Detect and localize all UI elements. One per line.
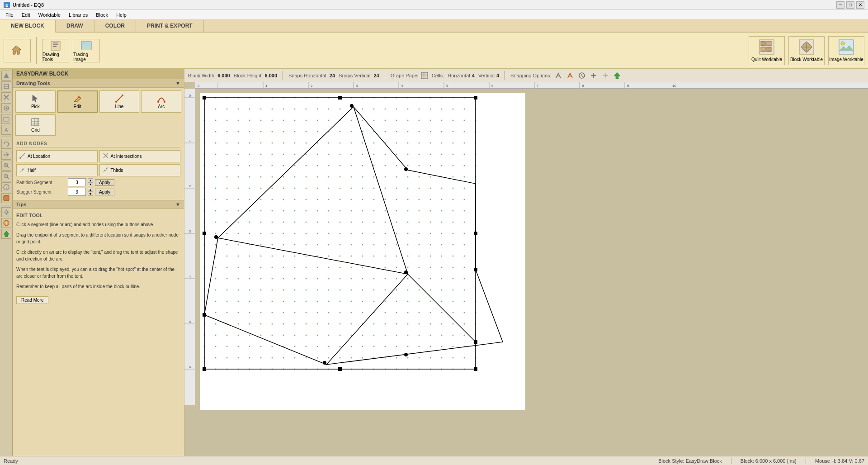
tool-pick[interactable]: Pick <box>15 90 56 113</box>
iconbar-btn-3[interactable] <box>1 92 11 102</box>
stagger-down[interactable]: ▼ <box>88 192 93 196</box>
svg-marker-2 <box>12 46 21 54</box>
close-button[interactable]: ✕ <box>856 1 864 9</box>
quilt-worktable-button[interactable]: Quilt Worktable <box>749 36 785 65</box>
at-intersections-icon <box>103 152 109 160</box>
grid-dot <box>215 267 217 268</box>
drawing-tools-button[interactable]: Drawing Tools <box>42 39 69 62</box>
tips-section-header[interactable]: Tips ▼ <box>13 200 184 209</box>
iconbar-info[interactable]: i <box>1 182 11 192</box>
titlebar-title: E Untitled - EQ8 <box>4 2 44 8</box>
block-worktable-button[interactable]: Block Worktable <box>788 36 825 65</box>
read-more-button[interactable]: Read More <box>16 296 48 304</box>
snap-tree-icon[interactable] <box>613 71 621 80</box>
iconbar-btn-1[interactable] <box>1 71 11 81</box>
tool-arc[interactable]: Arc <box>141 90 181 113</box>
grid-dot <box>430 289 431 291</box>
partition-input[interactable] <box>68 178 86 186</box>
grid-dot <box>385 199 386 200</box>
grid-dot <box>260 109 262 110</box>
drawing-canvas[interactable] <box>200 93 525 410</box>
grid-dot <box>340 131 341 133</box>
snap-icon-4[interactable] <box>590 71 598 80</box>
grid-dot <box>226 233 228 234</box>
grid-dot <box>340 188 341 189</box>
iconbar-btn-4[interactable] <box>1 103 11 113</box>
menu-edit[interactable]: Edit <box>18 11 34 19</box>
node-bot <box>323 361 326 365</box>
tab-new-block[interactable]: NEW BLOCK <box>0 20 56 33</box>
grid-dot <box>283 120 284 121</box>
menu-block[interactable]: Block <box>92 11 112 19</box>
home-button[interactable] <box>4 39 31 62</box>
grid-dot <box>226 120 228 121</box>
iconbar-zoom-in[interactable] <box>1 161 11 171</box>
minimize-button[interactable]: ─ <box>836 1 844 9</box>
grid-dot <box>283 256 284 257</box>
partition-apply-button[interactable]: Apply <box>95 179 114 186</box>
tracing-image-button[interactable]: Tracing Image <box>73 39 100 62</box>
tab-print-export[interactable]: PRINT & EXPORT <box>136 20 204 32</box>
graph-canvas[interactable]: 0 1 2 3 4 5 6 7 8 9 10 0 <box>184 82 868 456</box>
node-tr <box>474 96 477 100</box>
iconbar-tree[interactable] <box>1 229 11 239</box>
iconbar-btn-6[interactable]: A <box>1 125 11 135</box>
thirds-button[interactable]: Thirds <box>99 164 181 176</box>
drawing-tools-collapse-icon: ▼ <box>175 81 180 86</box>
snap-icon-3[interactable] <box>578 71 586 80</box>
sep1 <box>283 71 283 80</box>
iconbar-settings[interactable] <box>1 207 11 217</box>
grid-dot <box>373 142 375 144</box>
node-top <box>350 104 354 108</box>
iconbar-btn-5[interactable] <box>1 114 11 124</box>
iconbar-rotate[interactable] <box>1 139 11 149</box>
half-button[interactable]: Half <box>16 164 98 176</box>
at-location-icon <box>19 152 26 160</box>
menu-libraries[interactable]: Libraries <box>65 11 91 19</box>
stagger-up[interactable]: ▲ <box>88 188 93 192</box>
tool-edit[interactable]: Edit <box>57 90 98 113</box>
tool-grid[interactable]: Grid <box>15 114 56 136</box>
quilt-worktable-icon <box>759 39 775 55</box>
iconbar-flip[interactable] <box>1 150 11 160</box>
tab-draw[interactable]: DRAW <box>56 20 94 32</box>
grid-dot <box>407 222 409 223</box>
grid-dot <box>238 312 239 313</box>
menu-worktable[interactable]: Worktable <box>35 11 64 19</box>
tab-color[interactable]: COLOR <box>94 20 136 32</box>
stagger-apply-button[interactable]: Apply <box>95 189 114 195</box>
grid-dot <box>283 233 284 234</box>
grid-dot <box>351 210 352 212</box>
iconbar-color[interactable] <box>1 193 11 203</box>
grid-dot <box>294 142 296 144</box>
grid-dot <box>441 131 443 133</box>
grid-dot <box>238 120 239 121</box>
stagger-input[interactable] <box>68 188 86 196</box>
iconbar-btn-2[interactable] <box>1 81 11 91</box>
menu-file[interactable]: File <box>2 11 17 19</box>
partition-down[interactable]: ▼ <box>88 182 93 186</box>
maximize-button[interactable]: □ <box>846 1 854 9</box>
grid-dot <box>226 357 228 359</box>
iconbar-zoom-out[interactable] <box>1 171 11 181</box>
at-intersections-button[interactable]: At Intersections <box>99 150 181 162</box>
grid-dot <box>272 109 273 110</box>
menu-help[interactable]: Help <box>113 11 130 19</box>
snap-icon-5[interactable] <box>601 71 609 80</box>
drawing-tools-section-header[interactable]: Drawing Tools ▼ <box>13 79 184 88</box>
grid-dot <box>328 346 330 347</box>
at-location-button[interactable]: At Location <box>16 150 98 162</box>
grid-dot <box>464 176 465 178</box>
iconbar-help[interactable]: ? <box>1 218 11 228</box>
snap-icon-2[interactable] <box>566 71 574 80</box>
home-group <box>4 39 31 62</box>
snap-icon-1[interactable] <box>554 71 562 80</box>
grid-dot <box>373 233 375 234</box>
grid-dot <box>385 109 386 110</box>
image-worktable-button[interactable]: Image Worktable <box>828 36 864 65</box>
svg-text:9: 9 <box>627 84 629 88</box>
grid-dot <box>294 131 296 133</box>
tool-line[interactable]: Line <box>99 90 140 113</box>
partition-up[interactable]: ▲ <box>88 178 93 182</box>
grid-dot <box>464 301 465 302</box>
